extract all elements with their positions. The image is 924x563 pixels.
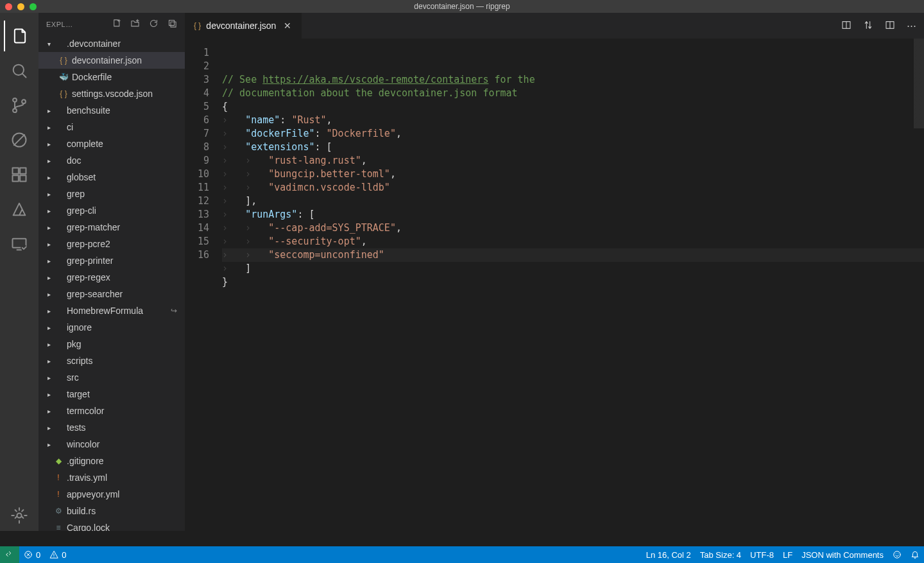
- maximize-window-button[interactable]: [30, 3, 37, 10]
- minimize-window-button[interactable]: [17, 3, 24, 10]
- tree-item-label: scripts: [67, 356, 92, 366]
- activity-debug[interactable]: [4, 125, 35, 155]
- compare-button[interactable]: [863, 20, 873, 32]
- files-icon: [11, 27, 29, 45]
- tree-item-label: .travis.yml: [67, 472, 107, 483]
- file-tree[interactable]: ▾.devcontainer{ }devcontainer.json🐳Docke…: [38, 35, 185, 531]
- new-folder-button[interactable]: [130, 19, 140, 30]
- svg-rect-13: [171, 22, 176, 27]
- tree-folder-target[interactable]: ▸target: [38, 386, 185, 403]
- activity-settings[interactable]: [4, 500, 35, 531]
- window-title: devcontainer.json — ripgrep: [414, 2, 509, 11]
- extensions-icon: [10, 166, 28, 184]
- problems-warnings[interactable]: 0: [45, 546, 71, 563]
- tree-folder-.devcontainer[interactable]: ▾.devcontainer: [38, 35, 185, 52]
- tree-file-devcontainer.json[interactable]: { }devcontainer.json: [38, 52, 185, 69]
- tab-bar: { } devcontainer.json ✕ ⋯: [185, 13, 924, 39]
- feedback-button[interactable]: [888, 546, 906, 563]
- compare-icon: [863, 20, 873, 30]
- tree-folder-grep-matcher[interactable]: ▸grep-matcher: [38, 219, 185, 236]
- tree-item-label: grep-pcre2: [67, 239, 110, 249]
- tree-item-label: benchsuite: [67, 105, 110, 116]
- tree-folder-grep-regex[interactable]: ▸grep-regex: [38, 269, 185, 286]
- tree-item-label: ignore: [67, 322, 92, 333]
- tree-folder-grep-searcher[interactable]: ▸grep-searcher: [38, 286, 185, 302]
- minimap[interactable]: [914, 39, 924, 128]
- notifications-button[interactable]: [906, 546, 924, 563]
- activity-remote[interactable]: [4, 229, 35, 259]
- tree-folder-grep-pcre2[interactable]: ▸grep-pcre2: [38, 236, 185, 252]
- tree-item-label: target: [67, 389, 90, 399]
- close-window-button[interactable]: [5, 3, 12, 10]
- svg-point-11: [17, 514, 22, 518]
- chevron-icon: ▸: [45, 391, 53, 398]
- tree-item-label: grep-searcher: [67, 289, 123, 299]
- chevron-icon: ▸: [45, 408, 53, 415]
- cursor-position[interactable]: Ln 16, Col 2: [642, 546, 696, 563]
- svg-rect-6: [13, 175, 19, 181]
- tree-folder-benchsuite[interactable]: ▸benchsuite: [38, 102, 185, 119]
- activity-extensions[interactable]: [4, 159, 35, 190]
- code-content[interactable]: // See https://aka.ms/vscode-remote/cont…: [222, 39, 924, 531]
- tab-close-button[interactable]: ✕: [281, 19, 294, 32]
- activity-search[interactable]: [4, 55, 35, 86]
- language-indicator[interactable]: JSON with Comments: [797, 546, 888, 563]
- refresh-icon: [149, 19, 158, 28]
- tree-folder-ci[interactable]: ▸ci: [38, 119, 185, 135]
- tree-folder-complete[interactable]: ▸complete: [38, 135, 185, 152]
- remote-indicator[interactable]: [0, 546, 19, 563]
- docker-icon: 🐳: [58, 73, 69, 82]
- tree-item-label: .devcontainer: [67, 39, 121, 49]
- line-numbers: 12345678910111213141516: [185, 39, 222, 531]
- tree-file-Cargo.lock[interactable]: ≡Cargo.lock: [38, 519, 185, 531]
- tree-folder-grep[interactable]: ▸grep: [38, 186, 185, 202]
- activity-scm[interactable]: [4, 90, 35, 121]
- tree-folder-ignore[interactable]: ▸ignore: [38, 319, 185, 336]
- new-folder-icon: [130, 19, 140, 28]
- tree-folder-HomebrewFormula[interactable]: ▸HomebrewFormula↪: [38, 302, 185, 319]
- tree-folder-tests[interactable]: ▸tests: [38, 419, 185, 436]
- tree-item-label: grep-regex: [67, 272, 110, 282]
- tree-file-settings.vscode.json[interactable]: { }settings.vscode.json: [38, 85, 185, 102]
- tab-label: devcontainer.json: [206, 21, 276, 31]
- tree-folder-src[interactable]: ▸src: [38, 369, 185, 386]
- refresh-button[interactable]: [149, 19, 158, 30]
- tree-file-appveyor.yml[interactable]: !appveyor.yml: [38, 486, 185, 503]
- open-preview-button[interactable]: [841, 20, 851, 32]
- collapse-all-button[interactable]: [167, 19, 177, 30]
- symlink-icon: ↪: [171, 306, 177, 315]
- tree-item-label: grep-cli: [67, 205, 96, 216]
- tree-folder-doc[interactable]: ▸doc: [38, 152, 185, 169]
- status-bar: 0 0 Ln 16, Col 2 Tab Size: 4 UTF-8 LF JS…: [0, 546, 924, 563]
- tree-item-label: tests: [67, 422, 86, 433]
- tree-folder-globset[interactable]: ▸globset: [38, 169, 185, 186]
- chevron-icon: ▸: [45, 291, 53, 298]
- encoding-indicator[interactable]: UTF-8: [746, 546, 778, 563]
- tree-file-build.rs[interactable]: ⚙build.rs: [38, 503, 185, 519]
- indent-indicator[interactable]: Tab Size: 4: [696, 546, 746, 563]
- eol-indicator[interactable]: LF: [778, 546, 797, 563]
- split-editor-button[interactable]: [885, 20, 895, 32]
- chevron-icon: ▸: [45, 441, 53, 448]
- activity-azure[interactable]: [4, 194, 35, 225]
- tree-folder-grep-cli[interactable]: ▸grep-cli: [38, 202, 185, 219]
- chevron-icon: ▸: [45, 207, 53, 214]
- tree-folder-grep-printer[interactable]: ▸grep-printer: [38, 252, 185, 269]
- tree-folder-pkg[interactable]: ▸pkg: [38, 336, 185, 352]
- tree-folder-termcolor[interactable]: ▸termcolor: [38, 403, 185, 419]
- svg-rect-12: [169, 20, 175, 25]
- excl-icon: !: [53, 473, 64, 482]
- tree-file-.gitignore[interactable]: ◆.gitignore: [38, 453, 185, 469]
- tree-folder-scripts[interactable]: ▸scripts: [38, 352, 185, 369]
- tab-devcontainer-json[interactable]: { } devcontainer.json ✕: [185, 13, 302, 39]
- collapse-icon: [167, 19, 177, 28]
- new-file-button[interactable]: [112, 19, 121, 30]
- code-editor[interactable]: 12345678910111213141516 // See https://a…: [185, 39, 924, 531]
- svg-rect-7: [20, 175, 26, 181]
- more-actions-button[interactable]: ⋯: [907, 20, 916, 32]
- problems-errors[interactable]: 0: [19, 546, 45, 563]
- tree-file-.travis.yml[interactable]: !.travis.yml: [38, 469, 185, 486]
- tree-file-Dockerfile[interactable]: 🐳Dockerfile: [38, 69, 185, 85]
- activity-explorer[interactable]: [4, 21, 35, 51]
- tree-folder-wincolor[interactable]: ▸wincolor: [38, 436, 185, 453]
